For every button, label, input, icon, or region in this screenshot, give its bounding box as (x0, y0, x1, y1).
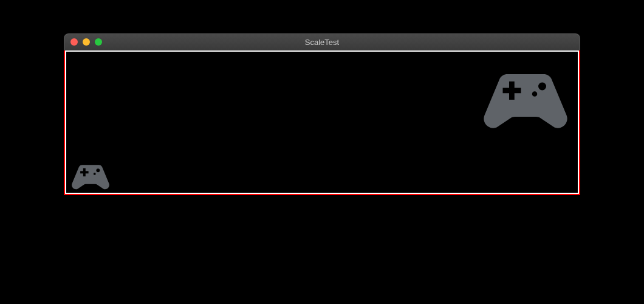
content-inner (66, 52, 578, 193)
close-icon[interactable] (70, 38, 78, 46)
minimize-icon[interactable] (83, 38, 90, 46)
svg-rect-5 (509, 81, 515, 100)
maximize-icon[interactable] (95, 38, 102, 46)
window-controls (64, 38, 102, 46)
svg-rect-1 (83, 168, 86, 177)
svg-point-6 (538, 83, 546, 91)
window-title: ScaleTest (64, 38, 580, 47)
svg-point-2 (96, 168, 100, 172)
content-area (64, 50, 580, 195)
svg-point-3 (94, 173, 96, 175)
gamecontroller-icon (69, 153, 112, 196)
gamecontroller-icon (477, 47, 574, 144)
app-window: ScaleTest (64, 33, 580, 195)
svg-point-7 (532, 91, 538, 97)
